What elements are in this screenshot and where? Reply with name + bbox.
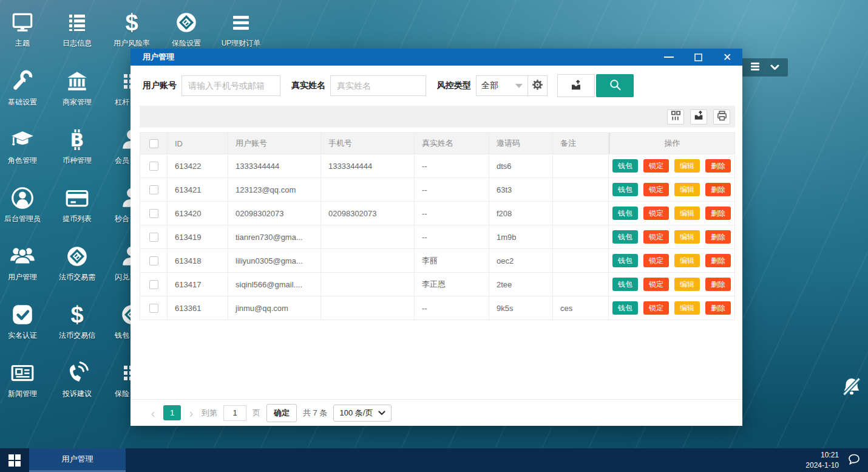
realname-input[interactable] bbox=[330, 75, 426, 96]
account-input[interactable] bbox=[181, 75, 280, 96]
window-titlebar[interactable]: 用户管理 ✕ bbox=[131, 49, 742, 66]
lock-button[interactable]: 锁定 bbox=[643, 230, 669, 244]
desktop-icon-withdrawals[interactable]: 提币列表 bbox=[54, 185, 100, 224]
dollar-icon: $ bbox=[54, 302, 100, 327]
wallet-button[interactable]: 钱包 bbox=[612, 207, 638, 220]
select-all-checkbox[interactable] bbox=[149, 139, 158, 148]
taskbar-task-user-management[interactable]: 用户管理 bbox=[29, 448, 126, 472]
chat-icon[interactable] bbox=[847, 453, 861, 468]
cell-invite-code: 9k5s bbox=[489, 296, 553, 320]
desktop-icon-base-settings[interactable]: 基础设置 bbox=[0, 69, 46, 108]
edit-button[interactable]: 编辑 bbox=[674, 207, 700, 220]
wallet-button[interactable]: 钱包 bbox=[612, 254, 638, 267]
header-actions: 操作 bbox=[609, 133, 735, 154]
menu-icon[interactable] bbox=[750, 62, 760, 73]
desktop-icon-merchant[interactable]: 商家管理 bbox=[54, 69, 100, 108]
edit-button[interactable]: 编辑 bbox=[674, 278, 700, 291]
row-checkbox[interactable] bbox=[149, 280, 158, 289]
edit-button[interactable]: 编辑 bbox=[674, 183, 700, 196]
bell-slash-icon[interactable] bbox=[841, 376, 862, 400]
taskbar-task-label: 用户管理 bbox=[62, 454, 93, 465]
print-button[interactable] bbox=[713, 109, 730, 125]
desktop-icon-admins[interactable]: 后台管理员 bbox=[0, 185, 46, 224]
desktop-icon-complaints[interactable]: 投诉建议 bbox=[54, 360, 100, 399]
desktop-icon-coins[interactable]: B 币种管理 bbox=[54, 127, 100, 166]
delete-button[interactable]: 删除 bbox=[705, 254, 731, 267]
desktop-icon-label: 投诉建议 bbox=[54, 389, 100, 399]
export-table-button[interactable] bbox=[690, 109, 707, 125]
lock-button[interactable]: 锁定 bbox=[643, 159, 669, 173]
desktop-icon-fiat-info[interactable]: $ 法币交易信 bbox=[54, 302, 100, 341]
delete-button[interactable]: 删除 bbox=[705, 301, 731, 315]
lock-button[interactable]: 锁定 bbox=[643, 301, 669, 315]
table-header-row: ID 用户账号 手机号 真实姓名 邀请码 备注 操作 bbox=[140, 133, 735, 154]
cell-account: tianren730@gma... bbox=[228, 225, 321, 248]
desktop-icon-fiat-demand[interactable]: 法币交易需 bbox=[54, 244, 100, 282]
delete-button[interactable]: 删除 bbox=[705, 207, 731, 220]
delete-button[interactable]: 删除 bbox=[705, 183, 731, 196]
taskbar-clock[interactable]: 10:21 2024-1-10 bbox=[805, 450, 839, 470]
delete-button[interactable]: 删除 bbox=[705, 230, 731, 244]
user-management-window: 用户管理 ✕ 用户账号 真实姓名 风控类型 全部 bbox=[131, 49, 742, 426]
desktop-icon-label: 角色管理 bbox=[0, 156, 46, 166]
desktop-icon-user-management[interactable]: 用户管理 bbox=[0, 244, 46, 282]
lock-button[interactable]: 锁定 bbox=[643, 207, 669, 220]
current-page-button[interactable]: 1 bbox=[163, 405, 181, 420]
desktop-icon-label: 用户管理 bbox=[0, 272, 46, 282]
desktop-icon-news[interactable]: 新闻管理 bbox=[0, 360, 46, 399]
risk-type-select[interactable]: 全部 bbox=[476, 75, 528, 96]
edit-button[interactable]: 编辑 bbox=[674, 159, 700, 173]
cell-account: liliyun0305@gma... bbox=[228, 249, 321, 272]
columns-toggle-button[interactable] bbox=[667, 109, 684, 125]
search-button[interactable] bbox=[596, 74, 634, 97]
cell-account: 1333344444 bbox=[228, 154, 321, 177]
lock-button[interactable]: 锁定 bbox=[643, 278, 669, 291]
lock-button[interactable]: 锁定 bbox=[643, 183, 669, 196]
desktop-icon-logs[interactable]: 日志信息 bbox=[54, 10, 100, 49]
realname-label: 真实姓名 bbox=[291, 80, 325, 91]
goto-confirm-button[interactable]: 确定 bbox=[266, 404, 297, 422]
desktop-icon-kyc[interactable]: 实名认证 bbox=[0, 302, 46, 341]
desktop-icon-user-risk[interactable]: $ 用户风险率 bbox=[109, 10, 155, 49]
desktop-icon-theme[interactable]: 主题 bbox=[0, 10, 46, 49]
admin-circle-icon bbox=[0, 185, 46, 211]
row-checkbox[interactable] bbox=[149, 256, 158, 265]
wallet-button[interactable]: 钱包 bbox=[612, 278, 638, 291]
desktop-icon-insurance-settings[interactable]: 保险设置 bbox=[163, 10, 209, 49]
edit-button[interactable]: 编辑 bbox=[674, 254, 700, 267]
maximize-icon[interactable] bbox=[693, 52, 704, 63]
row-checkbox[interactable] bbox=[149, 162, 158, 171]
cell-realname: 李正恩 bbox=[415, 273, 489, 296]
page-size-select[interactable]: 100 条/页 bbox=[333, 405, 392, 422]
cell-account: 123123@qq.com bbox=[228, 178, 321, 201]
close-icon[interactable]: ✕ bbox=[722, 52, 733, 63]
header-invite-code: 邀请码 bbox=[489, 133, 553, 154]
wallet-button[interactable]: 钱包 bbox=[612, 301, 638, 315]
start-button[interactable] bbox=[0, 448, 29, 472]
row-checkbox[interactable] bbox=[149, 209, 158, 218]
wallet-button[interactable]: 钱包 bbox=[612, 183, 638, 196]
desktop-icon-up-orders[interactable]: UP理财订单 bbox=[218, 10, 264, 49]
next-page-icon[interactable]: › bbox=[187, 407, 195, 419]
row-checkbox[interactable] bbox=[149, 233, 158, 242]
lock-button[interactable]: 锁定 bbox=[643, 254, 669, 267]
header-note: 备注 bbox=[553, 133, 609, 154]
menu-icon bbox=[218, 10, 264, 35]
desktop-icon-roles[interactable]: 角色管理 bbox=[0, 127, 46, 166]
delete-button[interactable]: 删除 bbox=[705, 278, 731, 291]
edit-button[interactable]: 编辑 bbox=[674, 230, 700, 244]
delete-button[interactable]: 删除 bbox=[705, 159, 731, 173]
chevron-down-icon[interactable] bbox=[770, 62, 779, 73]
prev-page-icon[interactable]: ‹ bbox=[149, 407, 157, 419]
header-phone: 手机号 bbox=[321, 133, 415, 154]
row-checkbox[interactable] bbox=[149, 185, 158, 194]
row-checkbox[interactable] bbox=[149, 304, 158, 313]
minimize-icon[interactable] bbox=[663, 52, 674, 63]
wallet-button[interactable]: 钱包 bbox=[612, 230, 638, 244]
export-button[interactable] bbox=[557, 74, 595, 97]
edit-button[interactable]: 编辑 bbox=[674, 301, 700, 315]
wallet-button[interactable]: 钱包 bbox=[612, 159, 638, 173]
newspaper-icon bbox=[0, 360, 46, 386]
goto-page-input[interactable] bbox=[223, 405, 246, 421]
filter-settings-button[interactable] bbox=[528, 75, 548, 96]
